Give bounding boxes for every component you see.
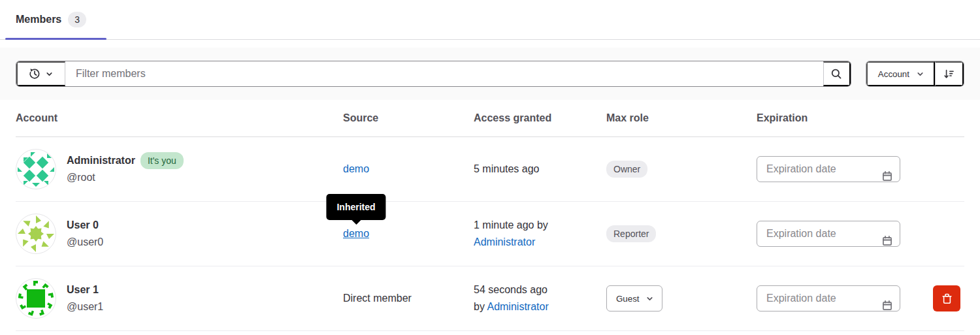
access-granted-by-link[interactable]: Administrator xyxy=(487,301,548,312)
member-username: @user0 xyxy=(67,234,103,251)
tab-bar: Members 3 xyxy=(0,0,980,40)
sort-direction-button[interactable] xyxy=(935,61,964,86)
filter-section: Account xyxy=(0,48,980,100)
header-source: Source xyxy=(343,112,474,124)
expiration-cell xyxy=(757,156,916,182)
table-header-row: Account Source Access granted Max role E… xyxy=(16,100,964,137)
history-icon xyxy=(29,68,41,80)
access-granted-by-prefix: by xyxy=(474,301,485,312)
source-cell: Inherited demo xyxy=(343,225,474,242)
trash-icon xyxy=(941,293,953,304)
avatar[interactable] xyxy=(16,214,56,254)
access-granted-cell: 5 minutes ago xyxy=(474,161,606,178)
header-account: Account xyxy=(16,112,343,124)
max-role-badge: Owner xyxy=(606,161,647,178)
header-max-role: Max role xyxy=(606,112,757,124)
access-granted-by-link[interactable]: Administrator xyxy=(474,236,535,247)
avatar[interactable] xyxy=(16,149,56,189)
access-granted-text: 54 seconds ago xyxy=(474,284,547,295)
access-granted-text: 1 minute ago by xyxy=(474,219,548,231)
chevron-down-icon xyxy=(645,295,654,303)
tab-members[interactable]: Members 3 xyxy=(5,0,97,39)
member-username: @root xyxy=(67,169,184,186)
member-info: Administrator It's you @root xyxy=(67,152,184,186)
filtered-search-bar xyxy=(16,61,851,87)
account-cell: User 1 @user1 xyxy=(16,278,343,319)
sort-control: Account xyxy=(866,61,964,87)
header-expiration: Expiration xyxy=(757,112,916,124)
member-name[interactable]: Administrator xyxy=(67,152,135,169)
chevron-down-icon xyxy=(916,70,924,78)
expiration-date-input[interactable] xyxy=(757,221,900,247)
chevron-down-icon xyxy=(45,70,54,78)
member-name[interactable]: User 0 xyxy=(67,217,99,234)
inherited-tooltip: Inherited xyxy=(326,194,385,220)
expiration-date-input[interactable] xyxy=(757,156,900,182)
expiration-cell xyxy=(757,285,916,311)
remove-member-button[interactable] xyxy=(933,285,960,311)
source-link[interactable]: demo xyxy=(343,228,369,239)
member-info: User 0 @user0 xyxy=(67,217,103,251)
actions-cell xyxy=(916,285,964,311)
search-button[interactable] xyxy=(823,61,851,86)
account-cell: Administrator It's you @root xyxy=(16,149,343,189)
active-tab-indicator xyxy=(5,38,106,40)
sort-field-dropdown[interactable]: Account xyxy=(866,61,935,86)
member-name[interactable]: User 1 xyxy=(67,281,99,298)
expiration-cell xyxy=(757,221,916,247)
max-role-dropdown-label: Guest xyxy=(616,294,640,304)
max-role-dropdown[interactable]: Guest xyxy=(606,285,662,311)
member-username: @user1 xyxy=(67,298,103,315)
access-granted-cell: 1 minute ago by Administrator xyxy=(474,217,606,251)
source-cell: demo xyxy=(343,161,474,178)
table-row: Administrator It's you @root demo 5 minu… xyxy=(16,137,964,202)
max-role-badge: Reporter xyxy=(606,225,656,242)
members-count-badge: 3 xyxy=(68,12,86,27)
its-you-badge: It's you xyxy=(140,152,184,169)
search-history-button[interactable] xyxy=(16,61,65,86)
member-info: User 1 @user1 xyxy=(67,281,103,315)
sort-lowest-icon xyxy=(943,69,955,80)
filter-members-input[interactable] xyxy=(65,61,823,86)
max-role-cell: Owner xyxy=(606,161,757,178)
access-granted-cell: 54 seconds ago by Administrator xyxy=(474,281,606,315)
max-role-cell: Guest xyxy=(606,285,757,311)
account-cell: User 0 @user0 xyxy=(16,214,343,254)
header-access-granted: Access granted xyxy=(474,112,606,124)
sort-field-label: Account xyxy=(878,69,909,79)
source-text: Direct member xyxy=(343,293,412,304)
tab-members-label: Members xyxy=(16,14,61,25)
avatar[interactable] xyxy=(16,278,56,319)
expiration-date-input[interactable] xyxy=(757,285,900,311)
table-row: User 1 @user1 Direct member 54 seconds a… xyxy=(16,266,964,331)
members-table: Account Source Access granted Max role E… xyxy=(0,100,980,331)
max-role-cell: Reporter xyxy=(606,225,757,242)
table-row: User 0 @user0 Inherited demo 1 minute ag… xyxy=(16,202,964,266)
access-granted-text: 5 minutes ago xyxy=(474,163,540,174)
search-icon xyxy=(830,68,842,80)
source-link[interactable]: demo xyxy=(343,163,369,174)
source-cell: Direct member xyxy=(343,290,474,307)
